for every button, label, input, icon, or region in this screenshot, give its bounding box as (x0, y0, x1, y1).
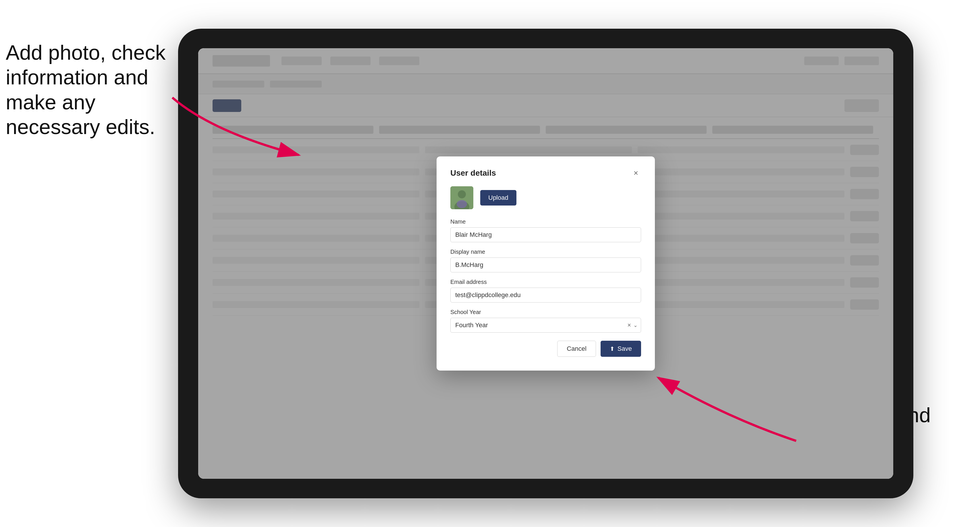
display-name-field-group: Display name (450, 249, 641, 272)
photo-image (450, 186, 473, 209)
photo-thumbnail (450, 186, 473, 209)
annotation-left-line4: necessary edits. (6, 115, 155, 138)
annotation-left: Add photo, check information and make an… (6, 40, 167, 140)
name-label: Name (450, 218, 641, 225)
save-button[interactable]: ⬆ Save (601, 341, 641, 357)
svg-point-5 (457, 200, 467, 208)
cancel-button[interactable]: Cancel (557, 341, 596, 357)
user-details-modal: User details × (437, 156, 655, 371)
tablet-screen: User details × (198, 48, 893, 479)
name-field-group: Name (450, 218, 641, 242)
modal-overlay: User details × (198, 48, 893, 479)
modal-footer: Cancel ⬆ Save (450, 341, 641, 357)
school-year-field-group: School Year × ⌄ (450, 309, 641, 333)
school-year-label: School Year (450, 309, 641, 316)
modal-title: User details (450, 168, 496, 178)
email-field-group: Email address (450, 279, 641, 303)
tablet-device: User details × (178, 29, 913, 498)
school-year-wrap: × ⌄ (450, 318, 641, 333)
display-name-label: Display name (450, 249, 641, 255)
email-input[interactable] (450, 287, 641, 303)
save-button-label: Save (617, 345, 632, 352)
modal-title-bar: User details × (450, 168, 641, 178)
save-icon: ⬆ (610, 345, 615, 352)
name-input[interactable] (450, 227, 641, 242)
upload-button[interactable]: Upload (480, 190, 516, 206)
close-button[interactable]: × (631, 168, 641, 178)
svg-point-3 (458, 190, 466, 198)
annotation-left-line1: Add photo, check (6, 41, 165, 64)
annotation-left-line3: make any (6, 91, 95, 114)
display-name-input[interactable] (450, 257, 641, 272)
annotation-left-line2: information and (6, 66, 148, 89)
app-background: User details × (198, 48, 893, 479)
school-year-input[interactable] (450, 318, 641, 333)
email-label: Email address (450, 279, 641, 285)
photo-upload-row: Upload (450, 186, 641, 209)
close-icon: × (633, 168, 638, 178)
